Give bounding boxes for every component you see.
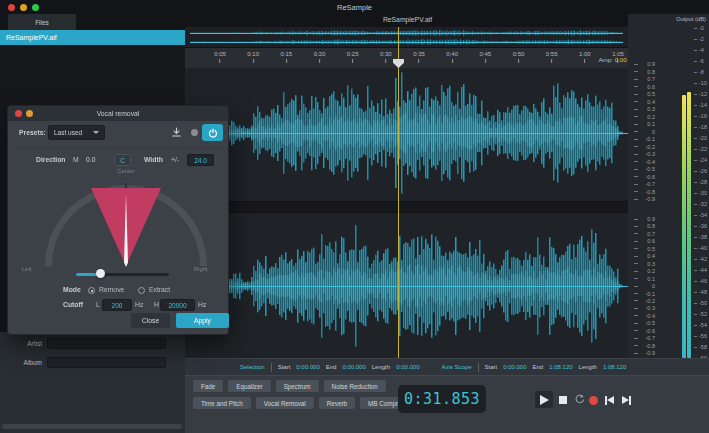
dialog-titlebar[interactable]: Vocal removal	[8, 106, 228, 121]
loop-button[interactable]	[574, 394, 585, 405]
timeline-tick: 0:25	[347, 51, 359, 63]
extract-option-label[interactable]: Extract	[149, 286, 170, 293]
amp-scale-label: 0.8	[630, 69, 656, 75]
amp-scale-label: -0.8	[630, 343, 656, 349]
low-label: L	[96, 301, 100, 308]
tab-files[interactable]: Files	[8, 14, 76, 30]
preset-select[interactable]: Last used	[48, 125, 105, 140]
high-label: H	[154, 301, 159, 308]
power-icon	[208, 128, 218, 138]
width-slider[interactable]	[76, 273, 169, 276]
cutoff-high-field[interactable]: 20000	[160, 299, 195, 311]
radio-remove[interactable]	[88, 287, 95, 294]
save-preset-button[interactable]	[170, 126, 183, 139]
meter-scale-label: -36	[694, 223, 709, 229]
amp-scale-label: 0.6	[630, 238, 656, 244]
bottom-toolbar: FadeEqualizerSpectrumNoise ReductionTime…	[185, 375, 709, 433]
timeline-tick: 0:35	[413, 51, 425, 63]
low-unit-label: Hz	[135, 301, 143, 308]
width-label: Width	[144, 156, 163, 163]
previous-button[interactable]	[605, 396, 614, 405]
center-dial-label: Center	[96, 168, 156, 174]
apply-button[interactable]: Apply	[176, 313, 229, 328]
file-list-item[interactable]: ReSamplePV.aif	[0, 30, 185, 45]
axis-start-value: 0:00.000	[503, 364, 526, 370]
amp-scale-label: 0.7	[630, 76, 656, 82]
album-field[interactable]	[47, 357, 166, 368]
amp-label: Amp:	[598, 56, 612, 63]
preset-value: Last used	[54, 129, 82, 136]
amp-scale-label: -0.8	[630, 189, 656, 195]
meter-scale-label: -26	[694, 168, 709, 174]
meter-scale-label: -28	[694, 179, 709, 185]
timeline-tick: 0:05	[214, 51, 226, 63]
record-button[interactable]	[589, 396, 598, 405]
artist-label: Artist	[2, 340, 42, 347]
amp-scale-label: -0.4	[630, 159, 656, 165]
document-tab[interactable]: ReSamplePV.aif	[185, 16, 630, 23]
right-dial-label: Right	[194, 266, 208, 272]
next-button[interactable]	[622, 396, 631, 405]
amp-scale-label: -0.9	[630, 350, 656, 356]
metadata-scrollbar[interactable]	[2, 424, 182, 429]
meter-scale-label: -0	[694, 25, 709, 31]
remove-option-label[interactable]: Remove	[99, 286, 124, 293]
meter-scale-label: -18	[694, 124, 709, 130]
play-button[interactable]	[535, 391, 553, 408]
direction-value[interactable]: 0.0	[86, 156, 95, 163]
axis-end-value: 1:08.120	[549, 364, 572, 370]
waveform-channel-right[interactable]	[185, 213, 628, 358]
close-button[interactable]: Close	[131, 313, 170, 328]
timeline-tick: 0:10	[247, 51, 259, 63]
overview-strip[interactable]	[185, 27, 628, 48]
amp-scale-label: 0.7	[630, 231, 656, 237]
meter-scale-label: -48	[694, 289, 709, 295]
transport-controls	[185, 376, 709, 433]
selection-start-value: 0:00.000	[296, 364, 319, 370]
left-dial-label: Left	[22, 266, 32, 272]
window-title: ReSample	[0, 3, 709, 12]
amp-scale-label: 0.3	[630, 106, 656, 112]
radio-extract[interactable]	[138, 287, 145, 294]
mode-label: Mode	[63, 286, 81, 293]
overview-waveform[interactable]	[185, 27, 628, 48]
width-field[interactable]: 24.0	[187, 154, 214, 166]
direction-label: Direction	[36, 156, 65, 163]
amp-scale-label: 0	[630, 129, 656, 135]
bypass-power-button[interactable]	[202, 124, 223, 141]
axis-length-value: 1:08.120	[603, 364, 626, 370]
amp-scale-label: -0.7	[630, 181, 656, 187]
amp-scale-label: 0.4	[630, 99, 656, 105]
artist-field[interactable]	[47, 338, 166, 349]
axis-scope-label: Axis Scope	[441, 364, 471, 370]
waveform-channel-left[interactable]	[185, 68, 628, 201]
dialog-title: Vocal removal	[8, 110, 228, 117]
dial-notch	[125, 183, 127, 188]
cutoff-label: Cutoff	[63, 301, 83, 308]
meter-scale: -0-2-4-6-8-10-12-14-16-18-20-22-24-26-28…	[694, 24, 709, 358]
slider-thumb[interactable]	[96, 269, 105, 278]
divider	[14, 148, 224, 149]
timeline-tick: 0:50	[513, 51, 525, 63]
divider	[478, 363, 479, 372]
selection-end-label: End	[326, 364, 337, 370]
cutoff-low-field[interactable]: 200	[102, 299, 132, 311]
album-label: Album	[2, 359, 42, 366]
center-reset-button[interactable]: C	[114, 154, 131, 166]
meter-scale-label: -24	[694, 157, 709, 163]
meter-panel: Output (dB) 0.90.80.70.60.50.40.30.20.10…	[628, 14, 709, 358]
meter-scale-label: -20	[694, 135, 709, 141]
amp-scale-label: 0.5	[630, 91, 656, 97]
meter-scale-label: -12	[694, 91, 709, 97]
meter-scale-label: -4	[694, 47, 709, 53]
level-meter-left	[682, 95, 686, 358]
stop-button[interactable]	[559, 396, 567, 404]
amp-scale-label: 0.2	[630, 114, 656, 120]
meter-scale-label: -2	[694, 36, 709, 42]
compare-icon[interactable]	[191, 129, 198, 136]
amp-scale-label: -0.3	[630, 151, 656, 157]
resample-app-window: ReSample Files ReSamplePV.aif Artist Alb…	[0, 0, 709, 433]
sidebar-tabbar: Files	[0, 14, 185, 30]
chevron-down-icon	[93, 131, 99, 134]
amp-scale-label: 0.3	[630, 261, 656, 267]
